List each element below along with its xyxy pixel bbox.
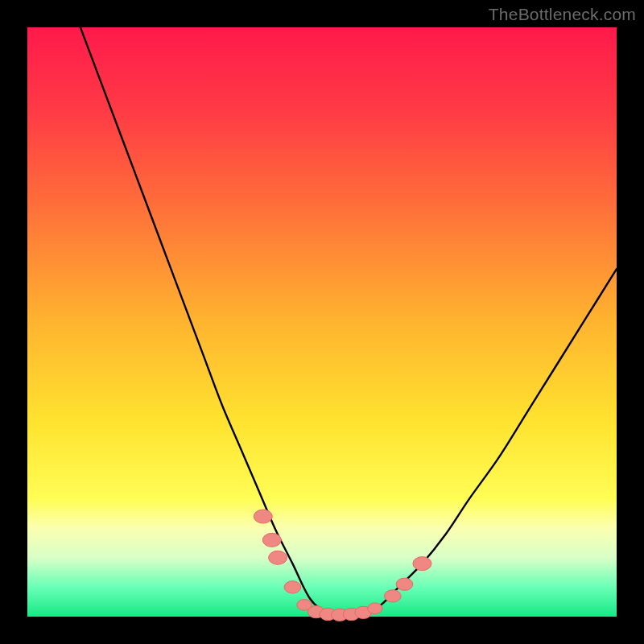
watermark-text: TheBottleneck.com bbox=[489, 5, 636, 24]
bottleneck-curve bbox=[80, 27, 617, 617]
curve-marker bbox=[384, 590, 401, 602]
chart-frame: TheBottleneck.com bbox=[0, 0, 644, 644]
curve-marker bbox=[396, 578, 413, 590]
curve-marker bbox=[262, 533, 281, 547]
curve-marker bbox=[254, 510, 272, 523]
curve-marker bbox=[413, 557, 431, 571]
curve-marker bbox=[269, 551, 287, 564]
chart-svg bbox=[27, 27, 617, 617]
plot-area bbox=[27, 27, 617, 617]
curve-marker bbox=[284, 581, 301, 593]
curve-markers bbox=[254, 510, 431, 621]
curve-marker bbox=[368, 603, 382, 614]
